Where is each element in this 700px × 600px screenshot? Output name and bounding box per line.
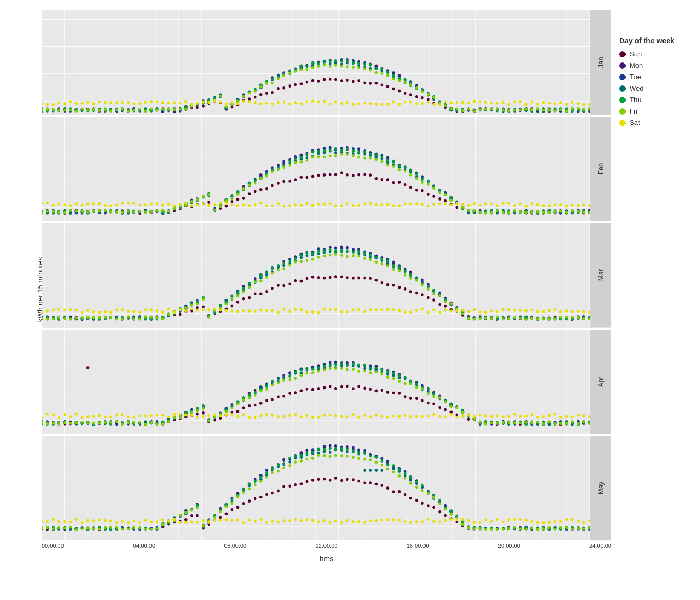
legend-item: Tue (619, 73, 690, 81)
x-axis-label: hms (42, 555, 611, 563)
legend-dot (619, 108, 626, 115)
panel-canvas (42, 10, 590, 115)
panel-plot: 210180150120 (42, 330, 590, 434)
legend: Day of the week Sun Mon Tue Wed Thu Fri … (611, 10, 695, 569)
chart-area: 210180150120Jan210180150120Feb2101801501… (42, 10, 611, 540)
legend-dot (619, 120, 626, 126)
legend-label: Thu (630, 96, 641, 104)
panel-plot: 210180150120 (42, 117, 590, 221)
panel-label: May (590, 436, 611, 540)
legend-dot (619, 51, 626, 57)
panel-label: Apr (590, 330, 611, 434)
panel-apr: 210180150120Apr (42, 330, 611, 434)
panel-canvas (42, 117, 590, 221)
legend-dot (619, 74, 626, 80)
panel-jan: 210180150120Jan (42, 10, 611, 115)
legend-dot (619, 63, 626, 69)
panel-mar: 210180150120Mar (42, 223, 611, 327)
legend-label: Sun (630, 50, 642, 58)
panel-plot: 210180150120 (42, 10, 590, 115)
legend-label: Sat (630, 119, 640, 127)
legend-item: Fri (619, 107, 690, 115)
legend-label: Mon (630, 61, 643, 69)
legend-label: Wed (630, 84, 644, 92)
panel-feb: 210180150120Feb (42, 117, 611, 221)
panel-canvas (42, 223, 590, 327)
legend-item: Mon (619, 61, 690, 69)
legend-item: Sun (619, 50, 690, 58)
legend-dot (619, 85, 626, 92)
panel-canvas (42, 330, 590, 434)
panel-label: Jan (590, 10, 611, 115)
panel-label: Mar (590, 223, 611, 327)
legend-title: Day of the week (619, 36, 690, 45)
legend-dot (619, 97, 626, 103)
legend-item: Sat (619, 119, 690, 127)
panel-label: Feb (590, 117, 611, 221)
panel-plot: 210180150120 (42, 436, 590, 540)
legend-label: Tue (630, 73, 641, 81)
chart-container: kWh per 15 minutes 210180150120Jan210180… (0, 0, 700, 600)
legend-item: Thu (619, 96, 690, 104)
panel-may: 210180150120May (42, 436, 611, 540)
legend-label: Fri (630, 107, 638, 115)
legend-item: Wed (619, 84, 690, 92)
panel-canvas (42, 436, 590, 540)
panel-plot: 210180150120 (42, 223, 590, 327)
